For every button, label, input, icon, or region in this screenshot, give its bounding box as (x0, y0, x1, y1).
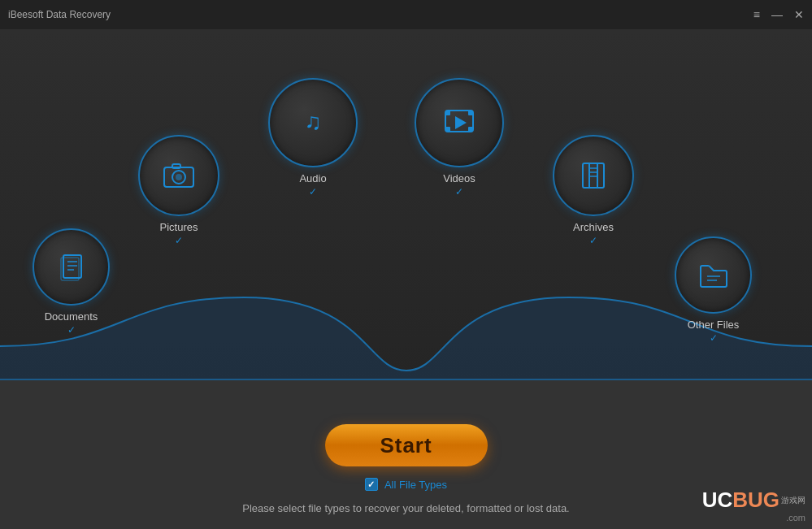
svg-rect-4 (445, 127, 450, 132)
other-files-circle-ring (675, 236, 752, 314)
other-files-file-type[interactable]: Other Files ✓ (675, 236, 752, 344)
archives-circle-ring (553, 135, 634, 216)
videos-check: ✓ (455, 186, 463, 197)
pictures-check: ✓ (175, 235, 183, 246)
minimize-button[interactable]: — (771, 9, 783, 20)
all-file-types-checkbox[interactable] (365, 478, 378, 491)
watermark: UC BUG 游戏网 .com (702, 488, 805, 522)
menu-button[interactable]: ≡ (753, 9, 760, 20)
svg-text:♫: ♫ (305, 109, 322, 134)
file-type-selection-area: ♫ Audio ✓ Videos ✓ (0, 29, 812, 379)
videos-label: Videos (443, 172, 475, 184)
audio-label: Audio (299, 172, 326, 184)
audio-check: ✓ (309, 186, 317, 197)
watermark-bug: BUG (732, 488, 779, 513)
watermark-uc: UC (702, 488, 733, 513)
archives-check: ✓ (589, 235, 597, 246)
camera-icon (160, 157, 198, 194)
svg-point-9 (176, 174, 182, 180)
svg-marker-6 (455, 116, 467, 129)
svg-rect-3 (468, 111, 473, 115)
other-files-label: Other Files (688, 319, 740, 331)
audio-file-type[interactable]: ♫ Audio ✓ (268, 78, 358, 197)
documents-check: ✓ (67, 324, 76, 336)
other-files-check: ✓ (710, 332, 718, 344)
music-icon: ♫ (293, 102, 333, 143)
documents-circle-ring (33, 228, 110, 306)
all-file-types-label: All File Types (384, 479, 447, 491)
watermark-brand: UC BUG 游戏网 (702, 488, 805, 513)
archives-label: Archives (573, 221, 614, 233)
pictures-circle-ring (138, 135, 219, 216)
videos-circle-ring (415, 78, 504, 167)
archive-icon (575, 157, 612, 194)
svg-rect-2 (445, 111, 450, 115)
app-title: iBeesoft Data Recovery (8, 9, 111, 20)
window-controls: ≡ — ✕ (753, 9, 804, 20)
archives-file-type[interactable]: Archives ✓ (553, 135, 634, 246)
start-button[interactable]: Start (325, 424, 488, 466)
bottom-panel: Start All File Types Please select file … (0, 379, 812, 529)
svg-rect-10 (172, 164, 180, 168)
watermark-com: .com (786, 513, 805, 522)
svg-rect-5 (468, 127, 473, 132)
audio-circle-ring: ♫ (268, 78, 358, 167)
documents-label: Documents (45, 310, 98, 323)
titlebar: iBeesoft Data Recovery ≡ — ✕ (0, 0, 812, 29)
close-button[interactable]: ✕ (794, 9, 804, 20)
videos-file-type[interactable]: Videos ✓ (415, 78, 504, 197)
hint-text: Please select file types to recover your… (242, 502, 570, 514)
video-icon (439, 102, 480, 143)
watermark-game: 游戏网 (781, 495, 805, 506)
documents-file-type[interactable]: Documents ✓ (33, 228, 110, 336)
document-icon (54, 249, 89, 285)
svg-rect-11 (583, 163, 604, 188)
all-file-types-row: All File Types (365, 478, 447, 491)
pictures-file-type[interactable]: Pictures ✓ (138, 135, 219, 246)
folder-icon (696, 258, 732, 293)
pictures-label: Pictures (160, 221, 198, 233)
